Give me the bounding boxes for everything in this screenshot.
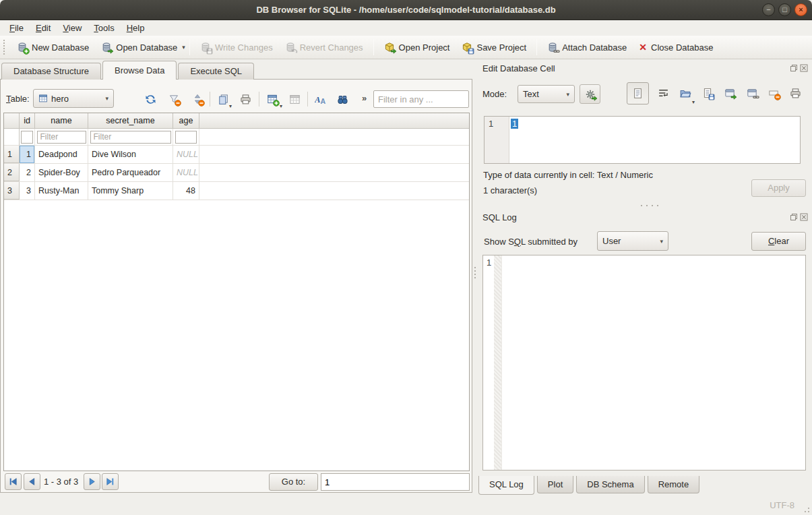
tab-database-structure[interactable]: Database Structure: [1, 63, 101, 80]
tab-browse-data[interactable]: Browse Data: [102, 61, 177, 80]
vertical-splitter[interactable]: [472, 59, 478, 495]
table-row: 3 3 Rusty-Man Tommy Sharp 48: [4, 182, 469, 200]
row-number[interactable]: 1: [4, 146, 20, 163]
toolbar-separator: [373, 39, 374, 55]
column-header-name[interactable]: name: [35, 113, 88, 128]
clear-sorting-button[interactable]: [189, 91, 206, 107]
minimize-button[interactable]: −: [762, 3, 775, 16]
right-panel: Edit Database Cell Mode: Text ▾ ▾: [478, 59, 812, 495]
data-grid: id name secret_name age 1 1 Deadpond Div…: [3, 113, 470, 471]
float-panel-icon[interactable]: [790, 64, 798, 72]
close-database-button[interactable]: ✕ Close Database: [633, 38, 719, 56]
cell-age[interactable]: NULL: [173, 146, 199, 163]
export-data-button[interactable]: [699, 88, 716, 104]
toolbar-overflow-icon[interactable]: »: [362, 93, 367, 103]
open-database-icon: [101, 42, 112, 53]
attach-database-button[interactable]: Attach Database: [541, 38, 633, 56]
float-panel-icon[interactable]: [790, 213, 798, 221]
toolbar-drag-handle[interactable]: [3, 40, 6, 55]
goto-button[interactable]: Go to:: [269, 473, 318, 491]
corner-header[interactable]: [4, 113, 20, 128]
text-mode-button[interactable]: [627, 82, 649, 104]
menu-file[interactable]: File: [3, 21, 30, 35]
cell-name[interactable]: Deadpond: [35, 146, 88, 163]
cell-secret-name[interactable]: Tommy Sharp: [88, 182, 173, 200]
sql-source-select[interactable]: User ▾: [597, 231, 668, 251]
filter-input-age[interactable]: [175, 131, 197, 144]
horizontal-splitter[interactable]: [639, 205, 660, 206]
close-panel-icon[interactable]: [800, 213, 808, 221]
clear-log-button[interactable]: Clear: [751, 232, 806, 251]
close-panel-icon[interactable]: [800, 64, 808, 72]
print-cell-button[interactable]: [787, 88, 803, 104]
cell-age[interactable]: NULL: [173, 164, 199, 181]
row-number[interactable]: 2: [4, 164, 20, 181]
insert-record-button[interactable]: ▾: [264, 91, 280, 107]
filter-input-secret-name[interactable]: [90, 131, 171, 144]
encoding-indicator: UTF-8: [770, 500, 794, 510]
cell-name[interactable]: Rusty-Man: [35, 182, 88, 200]
clear-filters-button[interactable]: [166, 91, 182, 107]
menu-tools[interactable]: Tools: [88, 21, 120, 35]
copy-icon: [218, 94, 229, 105]
maximize-button[interactable]: □: [778, 3, 791, 16]
dock-tab-db-schema[interactable]: DB Schema: [576, 476, 644, 493]
dock-tab-sql-log[interactable]: SQL Log: [478, 476, 534, 495]
editor-content[interactable]: 1: [511, 119, 518, 129]
table-select[interactable]: hero ▾: [33, 89, 114, 108]
cell-secret-name[interactable]: Dive Wilson: [88, 146, 173, 163]
copy-link-button[interactable]: [744, 88, 760, 104]
tab-execute-sql[interactable]: Execute SQL: [178, 63, 254, 80]
print-table-button[interactable]: [237, 91, 253, 107]
menu-help[interactable]: Help: [121, 21, 151, 35]
row-number[interactable]: 3: [4, 182, 20, 200]
first-page-button[interactable]: [5, 473, 22, 490]
mode-select[interactable]: Text ▾: [518, 85, 575, 103]
dock-tab-plot[interactable]: Plot: [537, 476, 573, 493]
refresh-button[interactable]: [142, 91, 158, 107]
table-icon: [38, 94, 48, 103]
cell-id[interactable]: 1: [20, 146, 35, 163]
goto-record-input[interactable]: [321, 473, 470, 491]
edit-cell-title: Edit Database Cell: [482, 63, 555, 73]
column-header-age[interactable]: age: [173, 113, 199, 128]
font-button[interactable]: [312, 91, 328, 107]
open-database-button[interactable]: Open Database: [95, 38, 183, 56]
last-page-button[interactable]: [102, 473, 119, 490]
titlebar: DB Browser for SQLite - /home/user/code/…: [0, 0, 812, 20]
set-null-button[interactable]: [766, 88, 782, 104]
cell-id[interactable]: 2: [20, 164, 35, 181]
open-database-dropdown-icon[interactable]: ▾: [182, 44, 185, 51]
open-project-icon: [384, 42, 395, 53]
column-header-secret-name[interactable]: secret_name: [88, 113, 173, 128]
cell-secret-name[interactable]: Pedro Parqueador: [88, 164, 173, 181]
sql-log-area[interactable]: 1: [482, 255, 806, 471]
copy-table-button[interactable]: ▾: [215, 91, 231, 107]
import-data-button[interactable]: ▾: [677, 88, 693, 104]
column-header-id[interactable]: id: [20, 113, 35, 128]
log-fold-margin: [494, 255, 502, 470]
menu-view[interactable]: View: [57, 21, 88, 35]
open-external-icon: [724, 88, 735, 98]
cell-name[interactable]: Spider-Boy: [35, 164, 88, 181]
find-replace-button[interactable]: [334, 91, 350, 107]
cell-age[interactable]: 48: [173, 182, 199, 200]
main-tabbar: Database Structure Browse Data Execute S…: [1, 61, 255, 80]
word-wrap-button[interactable]: [655, 88, 671, 104]
resize-grip[interactable]: [802, 505, 810, 513]
filter-any-column-input[interactable]: [373, 90, 469, 108]
save-project-button[interactable]: Save Project: [456, 38, 532, 56]
menu-edit[interactable]: Edit: [30, 21, 57, 35]
filter-input-name[interactable]: [37, 131, 86, 144]
prev-page-button[interactable]: [24, 473, 40, 490]
filter-input-id[interactable]: [21, 131, 33, 144]
new-database-button[interactable]: New Database: [11, 38, 95, 56]
cell-id[interactable]: 3: [20, 182, 35, 200]
cell-editor[interactable]: 1 1: [484, 116, 801, 164]
close-button[interactable]: ×: [794, 3, 807, 16]
open-external-button[interactable]: [722, 88, 738, 104]
next-page-button[interactable]: [84, 473, 100, 490]
open-project-button[interactable]: Open Project: [378, 38, 456, 56]
dock-tab-remote[interactable]: Remote: [648, 476, 700, 493]
auto-apply-button[interactable]: [580, 84, 600, 104]
